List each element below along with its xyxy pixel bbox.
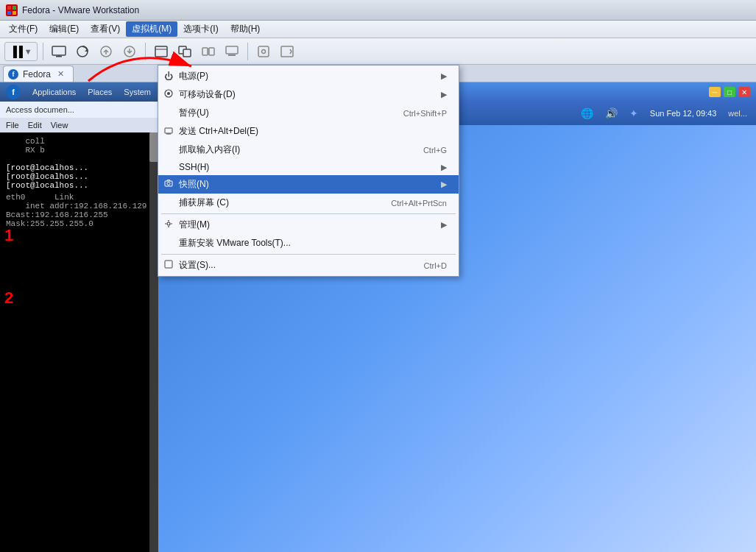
removable-icon xyxy=(164,89,173,100)
svg-rect-13 xyxy=(155,46,167,57)
toolbar-window1-btn[interactable] xyxy=(151,41,172,62)
vm-places: Places xyxy=(88,88,112,96)
dd-separator-1 xyxy=(161,213,456,214)
menu-options[interactable]: 选项卡(I) xyxy=(177,21,224,37)
toolbar-window2-btn[interactable] xyxy=(174,41,195,62)
menu-vm[interactable]: 虚拟机(M) xyxy=(126,21,177,37)
toolbar-settings-btn[interactable] xyxy=(253,41,274,62)
dd-pause[interactable]: 暂停(U) Ctrl+Shift+P xyxy=(158,104,459,122)
title-bar: Fedora - VMware Workstation xyxy=(0,0,756,21)
dd-manage-label: 管理(M) xyxy=(179,219,210,231)
vm-edit: Edit xyxy=(28,121,42,130)
menu-file[interactable]: 文件(F) xyxy=(3,21,43,37)
network-icon: 🌐 xyxy=(581,107,593,119)
vm-minimize-btn[interactable]: ─ xyxy=(709,87,721,97)
dd-snapshot[interactable]: 快照(N) ▶ xyxy=(158,175,459,194)
svg-point-33 xyxy=(167,222,170,225)
toolbar-screen-btn[interactable] xyxy=(49,41,69,62)
menu-edit[interactable]: 编辑(E) xyxy=(43,21,85,37)
toolbar-upload-btn[interactable] xyxy=(96,41,116,62)
svg-rect-16 xyxy=(183,49,191,57)
dd-power-arrow: ▶ xyxy=(441,71,447,81)
app-icon xyxy=(6,4,18,16)
tab-fedora-icon: f xyxy=(8,69,18,79)
volume-icon: 🔊 xyxy=(605,107,618,119)
pause-dropdown-arrow[interactable]: ▼ xyxy=(24,47,32,56)
vm-dropdown-menu: ⏻ 电源(P) ▶ 可移动设备(D) ▶ 暂停(U) Ctrl+Shift+P … xyxy=(158,65,459,277)
dd-reinstall-tools[interactable]: 重新安装 VMware Tools(T)... xyxy=(158,234,459,252)
left-vm-panel: f Applications Places System Access docu… xyxy=(0,82,158,552)
svg-rect-1 xyxy=(13,6,16,10)
svg-rect-0 xyxy=(7,6,11,10)
toolbar-download-btn[interactable] xyxy=(119,41,140,62)
dd-settings[interactable]: 设置(S)... Ctrl+D xyxy=(158,256,459,275)
toolbar-refresh-btn[interactable] xyxy=(72,41,93,62)
vm-access-text: Access documen... xyxy=(6,105,74,114)
settings-icon xyxy=(164,260,173,271)
toolbar: ▐▐ ▼ xyxy=(0,38,756,65)
dd-manage-arrow: ▶ xyxy=(441,220,447,230)
svg-rect-20 xyxy=(226,46,238,54)
svg-rect-18 xyxy=(209,48,214,55)
svg-point-28 xyxy=(167,92,170,95)
dd-removable-label: 可移动设备(D) xyxy=(179,88,236,101)
dd-ssh-label: SSH(H) xyxy=(179,162,209,172)
dd-send-ctrl-alt-del[interactable]: 发送 Ctrl+Alt+Del(E) xyxy=(158,122,459,141)
tab-fedora-label: Fedora xyxy=(23,69,51,79)
vm-applications: Applications xyxy=(32,88,76,96)
vm-close-btn[interactable]: ✕ xyxy=(738,87,750,97)
snapshot-icon xyxy=(164,179,173,190)
dd-power[interactable]: ⏻ 电源(P) ▶ xyxy=(158,67,459,85)
svg-rect-17 xyxy=(202,48,208,55)
toolbar-separator-2 xyxy=(145,43,146,60)
dd-capture-screen-label: 捕获屏幕 (C) xyxy=(179,197,229,209)
svg-rect-3 xyxy=(13,11,16,15)
svg-point-23 xyxy=(261,49,265,53)
dd-settings-shortcut: Ctrl+D xyxy=(424,261,447,270)
toolbar-display-btn[interactable] xyxy=(222,41,242,62)
dd-removable[interactable]: 可移动设备(D) ▶ xyxy=(158,85,459,104)
taskbar-datetime: Sun Feb 12, 09:43 xyxy=(650,109,717,118)
tab-fedora[interactable]: f Fedora ✕ xyxy=(3,66,74,82)
dd-send-ctrl-alt-del-label: 发送 Ctrl+Alt+Del(E) xyxy=(179,125,258,138)
vm-access-bar: Access documen... xyxy=(0,102,158,118)
dd-ssh[interactable]: SSH(H) ▶ xyxy=(158,159,459,175)
screen-icon xyxy=(164,127,173,137)
svg-line-26 xyxy=(290,52,292,54)
dd-ssh-arrow: ▶ xyxy=(441,163,447,172)
svg-point-32 xyxy=(167,183,170,185)
vm-fedora-icon: f xyxy=(6,85,21,99)
tab-fedora-close[interactable]: ✕ xyxy=(55,69,66,79)
dd-power-label: 电源(P) xyxy=(179,70,208,82)
dd-manage[interactable]: 管理(M) ▶ xyxy=(158,216,459,234)
dd-grab-input-shortcut: Ctrl+G xyxy=(423,146,447,155)
power-icon: ⏻ xyxy=(164,71,173,82)
dd-pause-label: 暂停(U) xyxy=(179,107,209,119)
svg-rect-29 xyxy=(165,128,172,133)
dd-grab-input[interactable]: 抓取输入内容(I) Ctrl+G xyxy=(158,141,459,159)
vm-window-controls: ─ □ ✕ xyxy=(709,87,750,97)
svg-rect-4 xyxy=(52,46,66,55)
menu-bar: 文件(F) 编辑(E) 查看(V) 虚拟机(M) 选项卡(I) 帮助(H) xyxy=(0,21,756,38)
dd-settings-label: 设置(S)... xyxy=(179,259,216,272)
dd-capture-screen-shortcut: Ctrl+Alt+PrtScn xyxy=(391,199,447,208)
dd-snapshot-label: 快照(N) xyxy=(179,178,209,191)
svg-rect-2 xyxy=(7,11,11,15)
dd-capture-screen[interactable]: 捕获屏幕 (C) Ctrl+Alt+PrtScn xyxy=(158,194,459,212)
toolbar-separator-1 xyxy=(43,43,43,60)
window-title: Fedora - VMware Workstation xyxy=(22,5,139,15)
toolbar-window3-btn[interactable] xyxy=(198,41,219,62)
menu-help[interactable]: 帮助(H) xyxy=(225,21,266,37)
svg-line-25 xyxy=(290,49,292,52)
vm-terminal: coll RX b [root@localhos... [root@localh… xyxy=(0,132,158,552)
toolbar-separator-3 xyxy=(247,43,248,60)
menu-view[interactable]: 查看(V) xyxy=(85,21,126,37)
vm-maximize-btn[interactable]: □ xyxy=(724,87,735,97)
dd-separator-2 xyxy=(161,254,456,255)
manage-icon xyxy=(164,219,173,230)
pause-button[interactable]: ▐▐ ▼ xyxy=(4,42,38,61)
dd-pause-shortcut: Ctrl+Shift+P xyxy=(403,109,447,118)
toolbar-more-btn[interactable] xyxy=(277,41,297,62)
vm-app-bar: f Applications Places System xyxy=(0,82,158,102)
dd-grab-input-label: 抓取输入内容(I) xyxy=(179,144,240,156)
